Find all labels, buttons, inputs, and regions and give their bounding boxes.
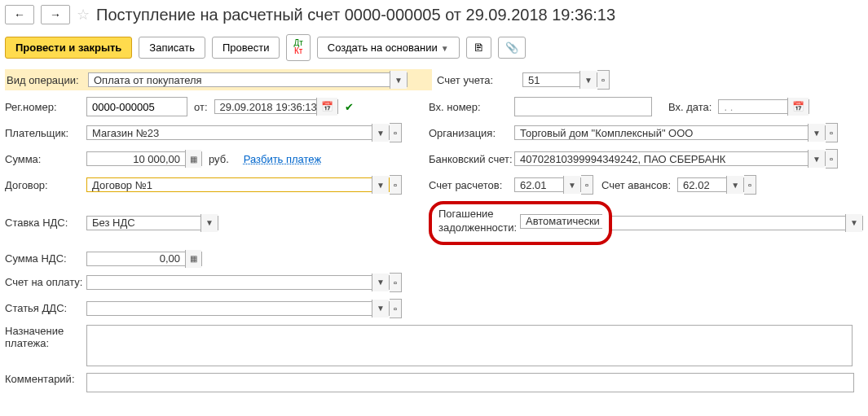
calc-icon[interactable]: ▦ bbox=[185, 150, 201, 168]
bankacc-label: Банковский счет: bbox=[429, 153, 514, 165]
debt-label: Погашение задолженности: bbox=[438, 208, 520, 235]
regnum-label: Рег.номер: bbox=[5, 101, 86, 113]
dropdown-icon[interactable]: ▼ bbox=[372, 274, 389, 291]
account-combo[interactable]: 51 ▼ bbox=[522, 72, 597, 87]
org-label: Организация: bbox=[429, 127, 514, 139]
invoice-combo[interactable]: ▼ bbox=[86, 275, 390, 290]
back-button[interactable]: ← bbox=[5, 5, 34, 24]
org-combo[interactable]: Торговый дом "Комплексный" ООО ▼ bbox=[514, 125, 826, 140]
bankacc-combo[interactable]: 40702810399994349242, ПАО СБЕРБАНК ▼ bbox=[514, 151, 826, 166]
dtkt-button[interactable]: ДтКт bbox=[286, 34, 310, 61]
dropdown-icon[interactable]: ▼ bbox=[372, 176, 389, 194]
open-icon[interactable]: ▫ bbox=[826, 149, 838, 169]
post-button[interactable]: Провести bbox=[212, 37, 280, 59]
dropdown-icon[interactable]: ▼ bbox=[579, 71, 597, 89]
vatrate-label: Ставка НДС: bbox=[5, 217, 86, 229]
vatrate-combo[interactable]: Без НДС ▼ bbox=[86, 216, 218, 230]
calcacc-combo[interactable]: 62.01 ▼ bbox=[514, 177, 581, 192]
advacc-combo[interactable]: 62.02 ▼ bbox=[677, 177, 744, 192]
payer-label: Плательщик: bbox=[5, 127, 86, 139]
contract-combo[interactable]: Договор №1 ▼ bbox=[86, 177, 390, 192]
dropdown-icon[interactable]: ▼ bbox=[808, 150, 825, 168]
debt-combo-ext[interactable]: ▼ bbox=[612, 216, 863, 230]
dropdown-icon[interactable]: ▼ bbox=[200, 214, 218, 232]
highlight-annotation: Погашение задолженности: Автоматически bbox=[429, 201, 612, 245]
debt-combo[interactable]: Автоматически bbox=[520, 214, 602, 229]
indate-label: Вх. дата: bbox=[668, 101, 712, 113]
forward-button[interactable]: → bbox=[41, 5, 70, 24]
contract-label: Договор: bbox=[5, 179, 86, 191]
create-based-button[interactable]: Создать на основании▼ bbox=[317, 37, 460, 59]
innum-input[interactable] bbox=[514, 97, 652, 116]
calendar-icon[interactable]: 📅 bbox=[316, 98, 337, 116]
innum-label: Вх. номер: bbox=[429, 101, 514, 113]
invoice-label: Счет на оплату: bbox=[5, 276, 86, 288]
dropdown-icon[interactable]: ▼ bbox=[390, 71, 407, 89]
dds-label: Статья ДДС: bbox=[5, 302, 86, 314]
op-type-label: Вид операции: bbox=[7, 74, 88, 86]
open-icon[interactable]: ▫ bbox=[390, 175, 402, 195]
check-icon: ✔ bbox=[345, 101, 354, 113]
post-and-close-button[interactable]: Провести и закрыть bbox=[5, 37, 132, 59]
account-label: Счет учета: bbox=[437, 74, 522, 86]
split-payment-link[interactable]: Разбить платеж bbox=[244, 153, 321, 165]
regnum-input[interactable] bbox=[86, 97, 187, 116]
print-button[interactable]: 🖹 bbox=[466, 37, 491, 59]
calcacc-label: Счет расчетов: bbox=[429, 179, 514, 191]
open-icon[interactable]: ▫ bbox=[581, 175, 593, 195]
favorite-star-icon[interactable]: ☆ bbox=[77, 6, 90, 24]
dropdown-icon[interactable]: ▼ bbox=[808, 124, 825, 142]
op-type-combo[interactable]: Оплата от покупателя ▼ bbox=[88, 72, 408, 87]
date-input[interactable]: 29.09.2018 19:36:13 📅 bbox=[214, 99, 338, 114]
save-button[interactable]: Записать bbox=[139, 37, 205, 59]
sum-label: Сумма: bbox=[5, 153, 86, 165]
attach-button[interactable]: 📎 bbox=[498, 37, 526, 59]
page-title: Поступление на расчетный счет 0000-00000… bbox=[96, 6, 615, 24]
calc-icon[interactable]: ▦ bbox=[185, 250, 201, 268]
open-icon[interactable]: ▫ bbox=[826, 123, 838, 142]
sum-input[interactable]: 10 000,00 ▦ bbox=[86, 151, 202, 166]
dds-combo[interactable]: ▼ bbox=[86, 301, 390, 316]
vatsum-label: Сумма НДС: bbox=[5, 252, 86, 265]
indate-input[interactable]: . . 📅 bbox=[718, 99, 809, 114]
open-icon[interactable]: ▫ bbox=[597, 70, 610, 90]
open-icon[interactable]: ▫ bbox=[390, 273, 402, 292]
dropdown-icon[interactable]: ▼ bbox=[726, 176, 743, 194]
dropdown-icon[interactable]: ▼ bbox=[372, 124, 389, 142]
from-label: от: bbox=[194, 101, 208, 113]
open-icon[interactable]: ▫ bbox=[390, 123, 402, 142]
rub-label: руб. bbox=[209, 153, 229, 165]
purpose-label: Назначение платежа: bbox=[5, 325, 86, 349]
dropdown-icon[interactable]: ▼ bbox=[372, 300, 389, 317]
open-icon[interactable]: ▫ bbox=[390, 299, 402, 318]
vatsum-input[interactable]: 0,00 ▦ bbox=[86, 252, 202, 266]
comment-label: Комментарий: bbox=[5, 373, 86, 392]
payer-combo[interactable]: Магазин №23 ▼ bbox=[86, 125, 390, 140]
dropdown-icon[interactable]: ▼ bbox=[845, 214, 862, 232]
dropdown-icon[interactable]: ▼ bbox=[563, 176, 580, 194]
calendar-icon[interactable]: 📅 bbox=[787, 98, 809, 116]
open-icon[interactable]: ▫ bbox=[744, 175, 756, 195]
purpose-textarea[interactable] bbox=[86, 325, 853, 366]
advacc-label: Счет авансов: bbox=[601, 179, 671, 191]
comment-input[interactable] bbox=[86, 373, 854, 392]
